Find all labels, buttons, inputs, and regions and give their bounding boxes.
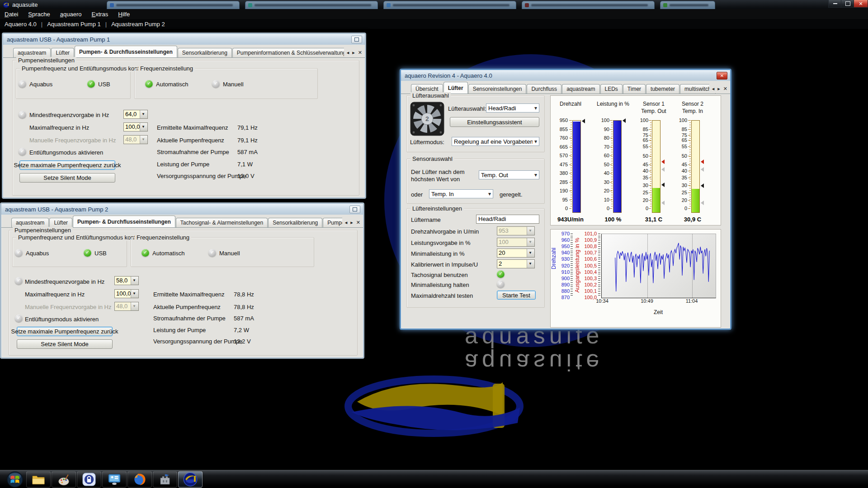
tab-scroll-right-icon[interactable]: ▸ [352,50,355,56]
tab-aquastream[interactable]: aquastream [562,84,599,94]
tab-pumpeninformationen[interactable]: Pumpeninformati [323,218,344,228]
usb-check-icon[interactable] [84,249,91,257]
spinner-arrow-icon[interactable] [527,260,534,268]
menu-aquaero[interactable]: aquaero [60,11,82,18]
tab-scroll-left-icon[interactable]: ◂ [712,86,715,92]
tab-scroll-right-icon[interactable]: ▸ [717,86,720,92]
start-button[interactable] [3,471,27,488]
tab-aquastream[interactable]: aquastream [11,218,49,228]
usb-check-icon[interactable] [87,80,95,88]
menu-sprache[interactable]: Sprache [28,11,50,18]
min-frequency-check-icon[interactable] [19,111,26,118]
tab-close-icon[interactable]: ✕ [358,50,362,56]
entlueftung-check-icon[interactable] [19,148,26,155]
tab-sensorkalibrierung[interactable]: Sensorkalibrierung [268,218,322,228]
background-browser-tab[interactable] [245,1,378,9]
spinner-arrow-icon[interactable] [131,290,138,298]
pump2-window-title: aquastream USB - Aquastream Pump 2 [5,206,108,213]
silent-mode-button[interactable]: Setze Silent Mode [17,339,113,349]
tab-leds[interactable]: LEDs [600,84,623,94]
taskbar-keepass-button[interactable] [77,471,101,488]
pump1-titlebar[interactable]: aquastream USB - Aquastream Pump 1 [3,34,365,45]
spinner-arrow-icon[interactable] [527,249,534,257]
fan-name-input[interactable]: Head/Radi [476,215,539,224]
background-browser-tab[interactable] [107,1,240,9]
tab-scroll-right-icon[interactable]: ▸ [350,220,353,225]
manuell-check-icon[interactable] [212,80,220,88]
reset-max-frequency-button[interactable]: Setze maximale Pumpenfrequenz zurück [17,327,113,336]
pump1-restore-button[interactable] [351,36,362,43]
settings-assistant-button[interactable]: Einstellungsassistent [450,117,539,127]
max-frequency-spinner[interactable]: 100,0 [123,122,148,131]
sensor2-dropdown[interactable]: Temp. In [429,189,493,198]
taskbar-display-settings-button[interactable] [102,471,127,488]
automatisch-check-icon[interactable] [145,80,153,88]
info-value: 78,8 Hz [234,291,254,298]
tab-sensoreinstellungen[interactable]: Sensoreinstellungen [468,84,527,94]
min-frequency-check-icon[interactable] [15,277,23,285]
minimize-button[interactable] [828,0,842,8]
tab-pumpeninformationen[interactable]: Pumpeninformationen & Schlüsselverwaltun… [232,48,346,58]
tab-scroll-left-icon[interactable]: ◂ [347,50,349,56]
tab-sensorkalibrierung[interactable]: Sensorkalibrierung [178,48,232,58]
min-frequency-spinner[interactable]: 64,0 [123,110,148,119]
tab-scroll-left-icon[interactable]: ◂ [345,220,348,225]
menu-extras[interactable]: Extras [92,11,108,18]
tab-close-icon[interactable]: ✕ [723,86,727,92]
maximize-button[interactable] [841,0,854,8]
taskbar-defender-button[interactable] [153,471,177,488]
aquaero-window-title: aquaero Revision 4 - Aquaero 4.0 [405,72,492,79]
breadcrumb-pump2[interactable]: Aquastream Pump 2 [111,21,165,28]
automatisch-check-icon[interactable] [142,249,149,257]
manuell-check-icon[interactable] [208,249,216,257]
reset-max-frequency-button[interactable]: Setze maximale Pumpenfrequenz zurück [19,160,115,170]
sensor1-dropdown[interactable]: Temp. Out [479,170,539,179]
spinner-arrow-icon[interactable] [140,110,147,118]
tab-pumpen-durchfluss[interactable]: Pumpen- & Durchflusseinstellungen [75,46,177,58]
tab-durchfluss[interactable]: Durchfluss [527,84,561,94]
min-frequency-spinner[interactable]: 58,0 [114,276,139,285]
taskbar-explorer-button[interactable] [26,471,51,488]
max-frequency-spinner[interactable]: 100,0 [114,289,139,298]
aquaero-close-button[interactable]: ✕ [717,72,727,80]
breadcrumb-pump1[interactable]: Aquastream Pump 1 [47,21,101,28]
menu-datei[interactable]: Datei [5,11,18,18]
aquasuite-logo-icon [183,472,198,487]
tab-close-icon[interactable]: ✕ [356,220,360,225]
silent-mode-button[interactable]: Setze Silent Mode [19,173,115,183]
fan-select-dropdown[interactable]: Head/Radi [486,103,539,113]
tab-timer[interactable]: Timer [623,84,646,94]
aquaero-titlebar[interactable]: aquaero Revision 4 - Aquaero 4.0 [401,70,730,81]
entlueftung-check-icon[interactable] [15,314,23,322]
spinner-arrow-icon[interactable] [140,123,147,131]
tacho-check-icon[interactable] [497,270,505,278]
fan-mode-dropdown[interactable]: Regelung auf eine Vorgabetemperat [452,137,539,146]
background-browser-tab[interactable] [660,1,715,9]
taskbar-aquasuite-button[interactable] [178,471,203,488]
start-test-button[interactable]: Starte Test [497,291,536,300]
tab-tubemeter[interactable]: tubemeter [646,84,679,94]
favicon [525,3,529,7]
calibration-spinner[interactable]: 2 [497,259,535,268]
spinner-arrow-icon[interactable] [131,277,138,285]
breadcrumb: Aquaero 4.0 | Aquastream Pump 1 | Aquast… [0,19,868,29]
taskbar-firefox-button[interactable] [127,471,152,488]
background-browser-tab[interactable] [522,1,655,9]
display-settings-icon [107,473,122,486]
pump2-titlebar[interactable]: aquastream USB - Aquastream Pump 2 [1,204,363,215]
pump2-restore-button[interactable] [349,206,360,213]
close-button[interactable]: ✕ [854,0,868,8]
tab-luefter[interactable]: Lüfter [51,48,74,58]
tab-aquastream[interactable]: aquastream [13,48,51,58]
tab-pumpen-durchfluss[interactable]: Pumpen- & Durchflusseinstellungen [73,216,175,228]
breadcrumb-aquaero[interactable]: Aquaero 4.0 [5,21,37,28]
aquabus-check-icon[interactable] [15,249,23,257]
hold-min-power-check-icon[interactable] [497,280,505,288]
taskbar-paint-button[interactable] [52,471,76,488]
tab-luefter[interactable]: Lüfter [49,218,72,228]
menu-hilfe[interactable]: Hilfe [118,11,130,18]
aquabus-check-icon[interactable] [19,80,26,88]
tab-tachosignal[interactable]: Tachosignal- & Alarmeinstellungen [176,218,268,228]
background-browser-tab[interactable] [383,1,516,9]
min-power-spinner[interactable]: 20 [497,249,535,258]
